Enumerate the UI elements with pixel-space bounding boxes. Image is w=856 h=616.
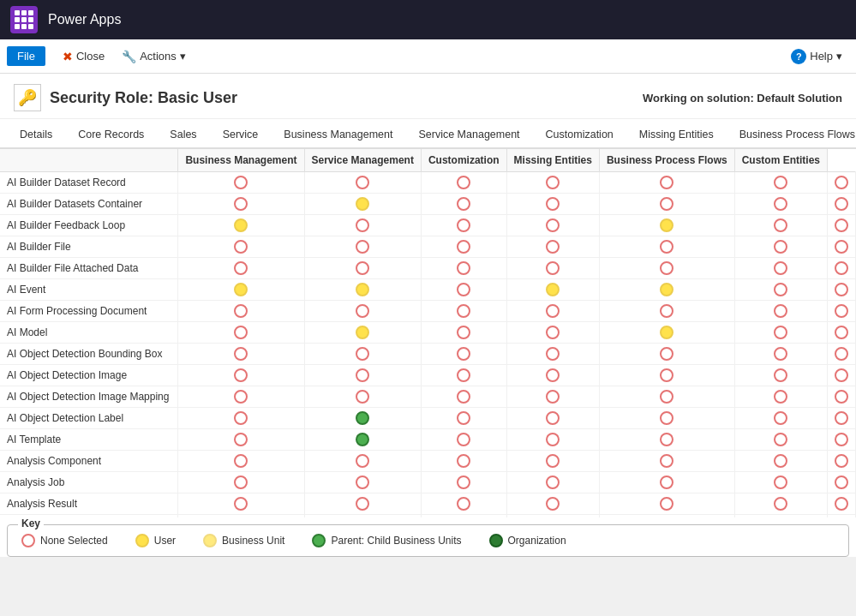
none-selected-indicator[interactable] xyxy=(457,497,470,511)
none-selected-indicator[interactable] xyxy=(356,261,369,275)
cell-r15-c4[interactable] xyxy=(599,493,734,515)
none-selected-indicator[interactable] xyxy=(356,454,369,468)
user-indicator[interactable] xyxy=(660,326,673,339)
none-selected-indicator[interactable] xyxy=(774,433,787,446)
cell-r14-c3[interactable] xyxy=(506,472,599,493)
table-container[interactable]: Business ManagementService ManagementCus… xyxy=(0,149,856,517)
none-selected-indicator[interactable] xyxy=(546,326,560,339)
none-selected-indicator[interactable] xyxy=(234,454,248,468)
cell-r9-c0[interactable] xyxy=(178,365,304,386)
none-selected-indicator[interactable] xyxy=(774,368,787,382)
cell-r0-c4[interactable] xyxy=(599,172,734,194)
cell-r1-c2[interactable] xyxy=(421,194,506,215)
cell-r5-c2[interactable] xyxy=(421,279,506,301)
none-selected-indicator[interactable] xyxy=(660,497,673,511)
cell-r4-c6[interactable] xyxy=(828,258,856,279)
cell-r14-c4[interactable] xyxy=(599,472,734,493)
none-selected-indicator[interactable] xyxy=(546,454,560,468)
none-selected-indicator[interactable] xyxy=(457,218,470,232)
none-selected-indicator[interactable] xyxy=(234,475,248,489)
cell-r3-c5[interactable] xyxy=(734,236,827,258)
cell-r12-c4[interactable] xyxy=(599,429,734,451)
cell-r10-c4[interactable] xyxy=(599,386,734,408)
cell-r8-c3[interactable] xyxy=(506,344,599,365)
none-selected-indicator[interactable] xyxy=(234,390,248,404)
child-business-units-indicator[interactable] xyxy=(356,411,369,425)
cell-r8-c0[interactable] xyxy=(178,344,304,365)
none-selected-indicator[interactable] xyxy=(835,261,848,275)
cell-r7-c6[interactable] xyxy=(828,322,856,344)
cell-r14-c1[interactable] xyxy=(304,472,421,493)
cell-r12-c5[interactable] xyxy=(734,429,827,451)
cell-r6-c0[interactable] xyxy=(178,301,304,322)
waffle-button[interactable] xyxy=(10,6,38,33)
none-selected-indicator[interactable] xyxy=(234,411,248,425)
cell-r5-c4[interactable] xyxy=(599,279,734,301)
none-selected-indicator[interactable] xyxy=(835,475,848,489)
cell-r13-c1[interactable] xyxy=(304,451,421,472)
none-selected-indicator[interactable] xyxy=(660,411,673,425)
cell-r16-c5[interactable] xyxy=(734,515,827,518)
none-selected-indicator[interactable] xyxy=(835,283,848,296)
none-selected-indicator[interactable] xyxy=(660,304,673,318)
none-selected-indicator[interactable] xyxy=(835,390,848,404)
cell-r8-c1[interactable] xyxy=(304,344,421,365)
cell-r7-c1[interactable] xyxy=(304,322,421,344)
none-selected-indicator[interactable] xyxy=(457,368,470,382)
none-selected-indicator[interactable] xyxy=(356,176,369,189)
cell-r10-c2[interactable] xyxy=(421,386,506,408)
none-selected-indicator[interactable] xyxy=(457,197,470,211)
none-selected-indicator[interactable] xyxy=(660,261,673,275)
cell-r10-c1[interactable] xyxy=(304,386,421,408)
tab-service-management[interactable]: Service Management xyxy=(405,121,532,149)
none-selected-indicator[interactable] xyxy=(774,497,787,511)
none-selected-indicator[interactable] xyxy=(774,326,787,339)
cell-r4-c0[interactable] xyxy=(178,258,304,279)
cell-r2-c2[interactable] xyxy=(421,215,506,236)
cell-r8-c6[interactable] xyxy=(828,344,856,365)
none-selected-indicator[interactable] xyxy=(660,454,673,468)
cell-r9-c3[interactable] xyxy=(506,365,599,386)
cell-r6-c3[interactable] xyxy=(506,301,599,322)
cell-r2-c5[interactable] xyxy=(734,215,827,236)
cell-r1-c4[interactable] xyxy=(599,194,734,215)
none-selected-indicator[interactable] xyxy=(356,304,369,318)
cell-r3-c1[interactable] xyxy=(304,236,421,258)
cell-r16-c0[interactable] xyxy=(178,515,304,518)
none-selected-indicator[interactable] xyxy=(457,283,470,296)
none-selected-indicator[interactable] xyxy=(835,326,848,339)
cell-r16-c3[interactable] xyxy=(506,515,599,518)
organization-indicator[interactable] xyxy=(489,534,503,547)
none-selected-indicator[interactable] xyxy=(457,261,470,275)
cell-r0-c0[interactable] xyxy=(178,172,304,194)
none-selected-indicator[interactable] xyxy=(660,197,673,211)
none-selected-indicator[interactable] xyxy=(774,304,787,318)
none-selected-indicator[interactable] xyxy=(774,197,787,211)
cell-r1-c0[interactable] xyxy=(178,194,304,215)
none-selected-indicator[interactable] xyxy=(660,433,673,446)
none-selected-indicator[interactable] xyxy=(546,218,560,232)
none-selected-indicator[interactable] xyxy=(546,261,560,275)
user-indicator[interactable] xyxy=(234,218,248,232)
cell-r9-c6[interactable] xyxy=(828,365,856,386)
cell-r13-c3[interactable] xyxy=(506,451,599,472)
none-selected-indicator[interactable] xyxy=(660,240,673,254)
cell-r0-c2[interactable] xyxy=(421,172,506,194)
none-selected-indicator[interactable] xyxy=(660,368,673,382)
none-selected-indicator[interactable] xyxy=(457,454,470,468)
none-selected-indicator[interactable] xyxy=(356,390,369,404)
cell-r3-c6[interactable] xyxy=(828,236,856,258)
cell-r2-c6[interactable] xyxy=(828,215,856,236)
cell-r8-c4[interactable] xyxy=(599,344,734,365)
tab-missing-entities[interactable]: Missing Entities xyxy=(626,121,727,149)
cell-r13-c4[interactable] xyxy=(599,451,734,472)
none-selected-indicator[interactable] xyxy=(234,176,248,189)
none-selected-indicator[interactable] xyxy=(546,390,560,404)
none-selected-indicator[interactable] xyxy=(774,454,787,468)
none-selected-indicator[interactable] xyxy=(774,240,787,254)
user-indicator[interactable] xyxy=(660,283,673,296)
none-selected-indicator[interactable] xyxy=(457,433,470,446)
cell-r12-c6[interactable] xyxy=(828,429,856,451)
cell-r16-c4[interactable] xyxy=(599,515,734,518)
none-selected-indicator[interactable] xyxy=(546,411,560,425)
